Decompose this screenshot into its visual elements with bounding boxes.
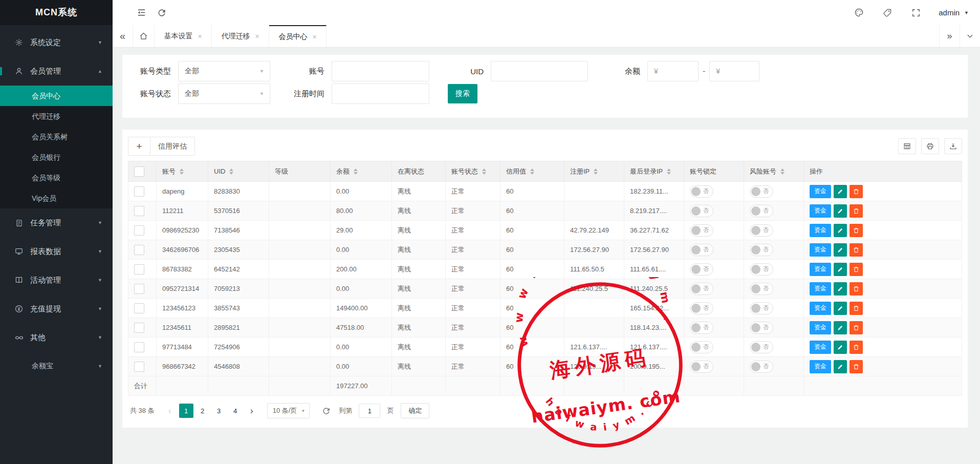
tabs-scroll-left-icon[interactable]: «	[113, 25, 133, 47]
toggle-switch[interactable]: 否	[690, 341, 713, 353]
goto-page-input[interactable]	[359, 404, 380, 418]
toggle-switch[interactable]: 否	[750, 361, 773, 373]
search-button[interactable]: 搜索	[448, 84, 477, 103]
toggle-switch[interactable]: 否	[750, 302, 773, 314]
sidebar-item-vip-member[interactable]: Vip会员	[0, 188, 113, 208]
row-checkbox[interactable]	[134, 206, 144, 216]
toggle-switch[interactable]: 否	[690, 361, 713, 373]
fund-button[interactable]: 资金	[810, 263, 831, 276]
edit-button[interactable]	[834, 302, 847, 315]
sort-icon[interactable]	[780, 168, 785, 175]
sort-icon[interactable]	[530, 168, 534, 175]
select-all-checkbox[interactable]	[134, 166, 144, 177]
toggle-switch[interactable]: 否	[690, 283, 713, 295]
tab-basic-settings[interactable]: 基本设置×	[155, 25, 212, 47]
toggle-switch[interactable]: 否	[750, 283, 773, 295]
col-header-regip[interactable]: 注册IP	[564, 161, 624, 182]
edit-button[interactable]	[834, 185, 847, 198]
fund-button[interactable]: 资金	[810, 224, 831, 237]
delete-button[interactable]	[850, 321, 863, 334]
delete-button[interactable]	[850, 341, 863, 354]
fund-button[interactable]: 资金	[810, 243, 831, 257]
delete-button[interactable]	[850, 282, 863, 296]
tabs-scroll-right-icon[interactable]: »	[939, 25, 960, 47]
col-header-uid[interactable]: UID	[208, 161, 269, 182]
reg-time-input[interactable]	[332, 83, 429, 104]
account-type-select[interactable]: 全部 ▼	[178, 61, 270, 81]
edit-button[interactable]	[834, 224, 847, 237]
fund-button[interactable]: 资金	[810, 185, 831, 198]
edit-button[interactable]	[834, 321, 847, 334]
sort-icon[interactable]	[667, 168, 671, 175]
fund-button[interactable]: 资金	[810, 204, 831, 218]
toggle-switch[interactable]: 否	[750, 205, 773, 217]
toggle-switch[interactable]: 否	[750, 224, 773, 237]
filter-columns-icon[interactable]	[898, 138, 916, 154]
toggle-switch[interactable]: 否	[750, 341, 773, 353]
sidebar-item-member-tree[interactable]: 会员关系树	[0, 126, 113, 147]
credit-eval-button[interactable]: 信用评估	[150, 137, 195, 156]
tab-home[interactable]	[133, 25, 155, 47]
tag-icon[interactable]	[877, 0, 898, 25]
delete-button[interactable]	[850, 204, 863, 218]
col-header-balance[interactable]: 余额	[331, 161, 392, 182]
sidebar-item-agent-migration[interactable]: 代理迁移	[0, 106, 113, 126]
row-checkbox[interactable]	[134, 245, 144, 255]
col-header-lastip[interactable]: 最后登录IP	[624, 161, 684, 182]
row-checkbox[interactable]	[134, 342, 144, 352]
prev-page-button[interactable]: ‹	[163, 404, 177, 418]
row-checkbox[interactable]	[134, 225, 144, 236]
print-icon[interactable]	[921, 138, 939, 154]
toggle-switch[interactable]: 否	[750, 263, 773, 276]
export-icon[interactable]	[944, 138, 962, 154]
delete-button[interactable]	[850, 302, 863, 315]
goto-confirm-button[interactable]: 确定	[401, 403, 429, 418]
row-checkbox[interactable]	[134, 323, 144, 333]
delete-button[interactable]	[850, 224, 863, 237]
sort-icon[interactable]	[354, 168, 358, 175]
close-icon[interactable]: ×	[312, 33, 316, 41]
edit-button[interactable]	[834, 360, 847, 373]
account-status-select[interactable]: 全部 ▼	[178, 83, 270, 104]
delete-button[interactable]	[850, 263, 863, 276]
close-icon[interactable]: ×	[198, 32, 202, 40]
collapse-sidebar-icon[interactable]	[131, 0, 151, 25]
col-header-status[interactable]: 账号状态	[446, 161, 500, 182]
edit-button[interactable]	[834, 243, 847, 257]
user-menu[interactable]: admin ▼	[939, 8, 969, 17]
edit-button[interactable]	[834, 341, 847, 354]
toggle-switch[interactable]: 否	[750, 322, 773, 334]
per-page-select[interactable]: 10 条/页 ▼	[267, 403, 310, 418]
row-checkbox[interactable]	[134, 284, 144, 294]
toggle-switch[interactable]: 否	[690, 322, 713, 334]
toggle-switch[interactable]: 否	[750, 244, 773, 256]
sidebar-item-member-level[interactable]: 会员等级	[0, 167, 113, 188]
sort-icon[interactable]	[482, 168, 486, 175]
account-input[interactable]	[332, 61, 429, 81]
edit-button[interactable]	[834, 204, 847, 218]
fund-button[interactable]: 资金	[810, 360, 831, 373]
sidebar-item-member-management[interactable]: 会员管理▲	[0, 57, 113, 86]
toggle-switch[interactable]: 否	[690, 302, 713, 314]
fund-button[interactable]: 资金	[810, 321, 831, 334]
tabs-menu-icon[interactable]	[960, 25, 980, 47]
next-page-button[interactable]: ›	[245, 404, 259, 418]
fund-button[interactable]: 资金	[810, 341, 831, 354]
row-checkbox[interactable]	[134, 362, 144, 372]
tab-member-center[interactable]: 会员中心×	[269, 25, 326, 47]
row-checkbox[interactable]	[134, 303, 144, 313]
sort-icon[interactable]	[229, 168, 233, 175]
page-button-2[interactable]: 2	[195, 404, 210, 418]
col-header-account[interactable]: 账号	[157, 161, 208, 182]
tab-agent-migration[interactable]: 代理迁移×	[212, 25, 269, 47]
sidebar-item-member-bank[interactable]: 会员银行	[0, 147, 113, 167]
balance-min-input[interactable]	[647, 61, 699, 81]
sidebar-item-system-settings[interactable]: 系统设定▼	[0, 28, 113, 57]
toggle-switch[interactable]: 否	[690, 224, 713, 237]
row-checkbox[interactable]	[134, 186, 144, 197]
toggle-switch[interactable]: 否	[690, 205, 713, 217]
page-button-1[interactable]: 1	[179, 404, 193, 418]
sidebar-item-recharge-withdraw[interactable]: 充值提现▼	[0, 294, 113, 323]
uid-input[interactable]	[491, 61, 588, 81]
delete-button[interactable]	[850, 243, 863, 257]
